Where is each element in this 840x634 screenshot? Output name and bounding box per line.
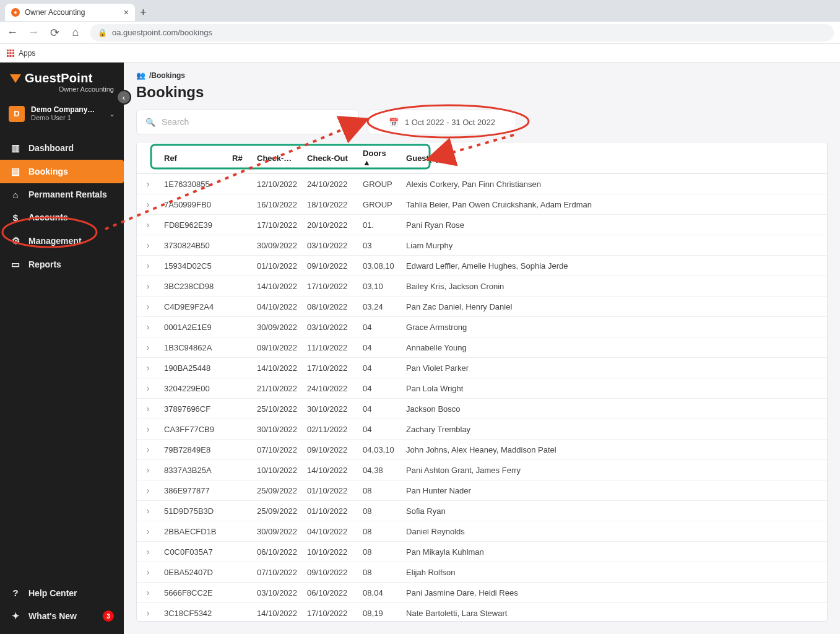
chevron-right-icon[interactable]: › (142, 281, 154, 291)
table-row[interactable]: ›1E7633085512/10/202224/10/2022GROUPAlex… (137, 174, 827, 194)
cell-expand: › (137, 399, 159, 419)
cell (227, 399, 252, 419)
chevron-right-icon[interactable]: › (142, 179, 154, 189)
search-input[interactable] (162, 117, 350, 127)
cell: 3C18CF5342 (159, 603, 227, 622)
col-checkout[interactable]: Check-Out (302, 142, 358, 174)
table-row[interactable]: ›37897696CF25/10/202230/10/202204Jackson… (137, 399, 827, 419)
table-row[interactable]: ›0EBA52407D07/10/202209/10/202208Elijah … (137, 562, 827, 583)
sidebar-item-dashboard[interactable]: ▥Dashboard (0, 136, 124, 160)
cell: 8337A3B25A (159, 460, 227, 480)
chevron-right-icon[interactable]: › (142, 199, 154, 209)
help-center-link[interactable]: ? Help Center (0, 581, 124, 604)
chevron-right-icon[interactable]: › (142, 608, 154, 618)
sidebar-item-management[interactable]: ⚙Management (0, 229, 124, 253)
sidebar-item-accounts[interactable]: $Accounts (0, 206, 124, 229)
search-box[interactable]: 🔍 (136, 110, 359, 134)
cell: 04,03,10 (358, 440, 401, 460)
table-row[interactable]: ›3C18CF534214/10/202217/10/202208,19Nate… (137, 603, 827, 622)
date-range-picker[interactable]: 📅 1 Oct 2022 - 31 Oct 2022 (368, 110, 516, 134)
cell: C4D9E9F2A4 (159, 297, 227, 317)
home-button[interactable]: ⌂ (69, 26, 82, 39)
cell: 06/10/2022 (252, 542, 302, 562)
cell-expand: › (137, 583, 159, 603)
table-row[interactable]: ›1B3C94862A09/10/202211/10/202204Annabel… (137, 337, 827, 358)
col-ref[interactable]: Ref (159, 142, 227, 174)
cell: 37897696CF (159, 399, 227, 419)
apps-icon[interactable] (6, 49, 15, 58)
table-row[interactable]: ›190BA2544814/10/202217/10/202204Pan Vio… (137, 358, 827, 378)
table-row[interactable]: ›CA3FF77CB930/10/202202/11/202204Zachary… (137, 419, 827, 440)
cell: 30/09/2022 (252, 317, 302, 337)
col-doors[interactable]: Doors ▲ (358, 142, 401, 174)
chevron-right-icon[interactable]: › (142, 547, 154, 557)
sidebar-item-reports[interactable]: ▭Reports (0, 253, 124, 276)
cell-expand: › (137, 235, 159, 256)
col-checkin[interactable]: Check-… (252, 142, 302, 174)
cell: Liam Murphy (401, 235, 827, 256)
forward-button[interactable]: → (27, 26, 40, 39)
chevron-right-icon[interactable]: › (142, 404, 154, 414)
apps-label[interactable]: Apps (19, 49, 35, 58)
chevron-right-icon[interactable]: › (142, 261, 154, 271)
table-row[interactable]: ›2BBAECFD1B30/09/202204/10/202208Daniel … (137, 521, 827, 542)
table-row[interactable]: ›FD8E962E3917/10/202220/10/202201.Pani R… (137, 215, 827, 235)
cell: 04 (358, 399, 401, 419)
chevron-right-icon[interactable]: › (142, 322, 154, 332)
sidebar-item-permanent-rentals[interactable]: ⌂Permanent Rentals (0, 183, 124, 206)
chevron-right-icon[interactable]: › (142, 445, 154, 454)
table-row[interactable]: ›51D9D75B3D25/09/202201/10/202208Sofia R… (137, 501, 827, 521)
chevron-right-icon[interactable]: › (142, 342, 154, 352)
table-row[interactable]: ›8337A3B25A10/10/202214/10/202204,38Pani… (137, 460, 827, 480)
chevron-right-icon[interactable]: › (142, 220, 154, 230)
cell: 1B3C94862A (159, 337, 227, 358)
chevron-right-icon[interactable]: › (142, 506, 154, 516)
chevron-right-icon[interactable]: › (142, 526, 154, 536)
back-button[interactable]: ← (6, 26, 19, 39)
cell: 24/10/2022 (302, 378, 358, 399)
avatar: D (9, 106, 25, 122)
table-row[interactable]: ›15934D02C501/10/202209/10/202203,08,10E… (137, 256, 827, 276)
table-row[interactable]: ›3730824B5030/09/202203/10/202203Liam Mu… (137, 235, 827, 256)
company-name: Demo Company… (31, 105, 95, 114)
chevron-right-icon[interactable]: › (142, 240, 154, 250)
collapse-sidebar-button[interactable]: ‹ (116, 90, 131, 105)
chevron-right-icon[interactable]: › (142, 465, 154, 475)
cell (227, 337, 252, 358)
sidebar-item-bookings[interactable]: ▤Bookings (0, 160, 124, 183)
table-row[interactable]: ›0001A2E1E930/09/202203/10/202204Grace A… (137, 317, 827, 337)
table-row[interactable]: ›79B72849E807/10/202209/10/202204,03,10J… (137, 440, 827, 460)
browser-tab[interactable]: ● Owner Accounting × (5, 4, 135, 21)
whats-new-link[interactable]: ✦ What's New 3 (0, 604, 124, 628)
table-row[interactable]: ›3204229E0021/10/202224/10/202204Pan Lol… (137, 378, 827, 399)
main-content: 👥 /Bookings Bookings 🔍 📅 1 Oct 2022 - 31… (124, 63, 840, 634)
chevron-right-icon[interactable]: › (142, 567, 154, 577)
new-tab-button[interactable]: + (140, 6, 147, 19)
chevron-right-icon[interactable]: › (142, 485, 154, 495)
cell: C0C0F035A7 (159, 542, 227, 562)
chevron-right-icon[interactable]: › (142, 302, 154, 311)
chevron-right-icon[interactable]: › (142, 424, 154, 434)
chevron-right-icon[interactable]: › (142, 363, 154, 373)
cell: Grace Armstrong (401, 317, 827, 337)
report-icon: ▭ (10, 259, 21, 270)
cell-expand: › (137, 174, 159, 194)
table-row[interactable]: ›5666F8CC2E03/10/202206/10/202208,04Pani… (137, 583, 827, 603)
bookings-table: Ref R# Check-… Check-Out Doors ▲ Guest(s… (136, 142, 828, 622)
chevron-right-icon[interactable]: › (142, 383, 154, 393)
cell: Jackson Bosco (401, 399, 827, 419)
table-row[interactable]: ›C4D9E9F2A404/10/202208/10/202203,24Pan … (137, 297, 827, 317)
table-row[interactable]: ›7A50999FB016/10/202218/10/2022GROUPTahl… (137, 194, 827, 215)
reload-button[interactable]: ⟳ (48, 26, 61, 40)
table-row[interactable]: ›C0C0F035A706/10/202210/10/202208Pan Mik… (137, 542, 827, 562)
company-selector[interactable]: D Demo Company… Demo User 1 ⌄ (0, 99, 124, 129)
table-row[interactable]: ›386E97787725/09/202201/10/202208Pan Hun… (137, 480, 827, 501)
col-guests[interactable]: Guest(s) (401, 142, 827, 174)
col-rnum[interactable]: R# (227, 142, 252, 174)
close-tab-icon[interactable]: × (124, 7, 129, 17)
table-row[interactable]: ›3BC238CD9814/10/202217/10/202203,10Bail… (137, 276, 827, 297)
chevron-right-icon[interactable]: › (142, 588, 154, 597)
url-field[interactable]: 🔒 oa.guestpoint.com/bookings (90, 24, 834, 41)
cell: 0EBA52407D (159, 562, 227, 583)
cell: Pan Mikayla Kuhlman (401, 542, 827, 562)
